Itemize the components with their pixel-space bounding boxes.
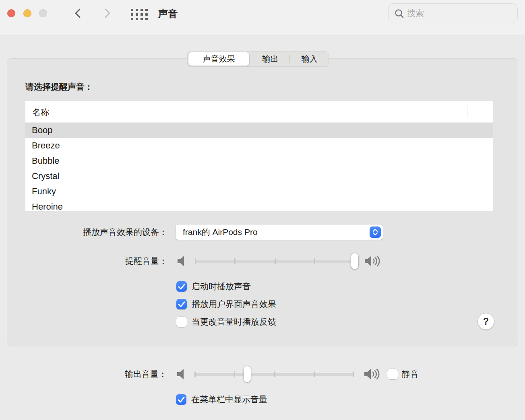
startup-sound-label: 启动时播放声音 <box>192 281 251 292</box>
output-volume-slider[interactable] <box>194 366 354 382</box>
sound-effects-panel: 请选择提醒声音： 名称 Boop Breeze Bubble Crystal F… <box>7 58 518 346</box>
tab-label: 输出 <box>262 54 279 64</box>
alert-sound-picker-label: 请选择提醒声音： <box>25 81 93 93</box>
alert-sound-table: 名称 Boop Breeze Bubble Crystal Funky Hero… <box>25 101 493 211</box>
device-select-value: frank的 AirPods Pro <box>183 224 258 240</box>
column-resize-divider[interactable] <box>467 105 467 118</box>
ui-sound-label: 播放用户界面声音效果 <box>192 299 276 309</box>
alert-volume-label: 提醒音量： <box>7 253 167 269</box>
speaker-low-icon <box>176 255 186 268</box>
search-icon <box>394 8 405 19</box>
help-button[interactable]: ? <box>478 313 494 329</box>
table-row[interactable]: Bubble <box>25 153 493 169</box>
chevron-left-icon <box>72 7 84 20</box>
tab-label: 声音效果 <box>203 54 235 64</box>
alert-volume-knob[interactable] <box>351 253 358 269</box>
show-all-preferences-grid-icon[interactable] <box>131 9 149 21</box>
fullscreen-button-disabled <box>39 9 47 17</box>
mute-label: 静音 <box>402 366 419 382</box>
table-header: 名称 <box>25 101 493 123</box>
table-row[interactable]: Heroine <box>25 199 493 211</box>
checkmark-icon <box>176 281 187 292</box>
alert-volume-slider[interactable] <box>195 253 355 269</box>
search-field[interactable] <box>388 3 518 23</box>
output-volume-row: 输出音量： 静音 <box>0 366 525 382</box>
speaker-low-icon <box>176 368 186 381</box>
device-row: 播放声音效果的设备： frank的 AirPods Pro <box>7 224 519 240</box>
device-label: 播放声音效果的设备： <box>7 224 167 240</box>
output-volume-label: 输出音量： <box>7 366 167 382</box>
show-volume-menubar-label: 在菜单栏中显示音量 <box>191 394 267 405</box>
table-row[interactable]: Boop <box>25 123 493 138</box>
name-column-header[interactable]: 名称 <box>32 107 49 118</box>
alert-volume-row: 提醒音量： <box>7 253 519 269</box>
ui-sound-checkbox[interactable] <box>176 299 187 309</box>
tab-bar: 声音效果 输出 输入 <box>187 51 329 67</box>
volume-feedback-label: 当更改音量时播放反馈 <box>192 317 276 327</box>
output-volume-knob[interactable] <box>244 366 251 382</box>
forward-button <box>101 7 114 20</box>
minimize-button[interactable] <box>23 9 31 17</box>
search-input[interactable] <box>407 4 514 23</box>
up-down-chevrons-icon <box>370 226 381 238</box>
tab-output[interactable]: 输出 <box>250 51 290 67</box>
ui-sound-row: 播放用户界面声音效果 <box>176 299 378 309</box>
show-volume-menubar-checkbox[interactable] <box>176 394 186 405</box>
volume-feedback-checkbox[interactable] <box>176 317 187 327</box>
show-volume-menubar-row: 在菜单栏中显示音量 <box>176 394 377 405</box>
window-title: 声音 <box>158 7 178 20</box>
tab-label: 输入 <box>302 54 318 64</box>
startup-sound-checkbox[interactable] <box>176 281 187 292</box>
table-row[interactable]: Breeze <box>25 138 493 153</box>
device-select[interactable]: frank的 AirPods Pro <box>176 224 383 240</box>
speaker-high-icon <box>364 367 383 381</box>
tab-divider <box>289 55 290 63</box>
tab-sound-effects[interactable]: 声音效果 <box>188 52 249 66</box>
toolbar: 声音 <box>0 0 525 34</box>
chevron-right-icon <box>101 7 113 20</box>
startup-sound-row: 启动时播放声音 <box>176 281 378 292</box>
table-row[interactable]: Crystal <box>25 169 493 184</box>
table-row[interactable]: Funky <box>25 184 493 199</box>
checkmark-icon <box>176 299 187 309</box>
close-button[interactable] <box>7 9 15 17</box>
mute-checkbox[interactable] <box>387 369 398 379</box>
volume-feedback-row: 当更改音量时播放反馈 <box>176 317 378 327</box>
back-button[interactable] <box>72 7 85 20</box>
checkmark-icon <box>176 394 186 405</box>
tab-input[interactable]: 输入 <box>290 51 329 67</box>
speaker-high-icon <box>364 254 383 268</box>
